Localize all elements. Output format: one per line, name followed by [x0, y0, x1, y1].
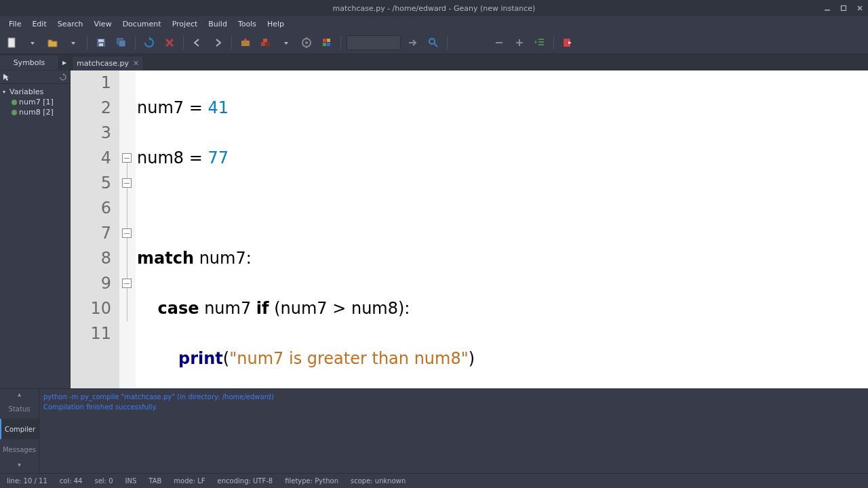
- menu-view[interactable]: View: [90, 18, 117, 30]
- tree-expander-icon[interactable]: ▾: [3, 89, 8, 95]
- variable-icon: [11, 109, 18, 116]
- svg-rect-7: [99, 43, 103, 46]
- svg-rect-9: [119, 40, 125, 47]
- file-tab-close-icon[interactable]: ✕: [133, 59, 139, 68]
- toolbar-separator: [340, 36, 341, 49]
- window-title: matchcase.py - /home/edward - Geany (new…: [333, 4, 536, 13]
- new-dropdown-button[interactable]: [24, 35, 41, 51]
- sidebar-collapse-icon[interactable]: ▸: [59, 58, 70, 67]
- menu-tools[interactable]: Tools: [233, 18, 261, 30]
- close-button[interactable]: [854, 3, 865, 14]
- bottom-tab-compiler[interactable]: Compiler: [0, 419, 39, 439]
- code-line: num7 = 41: [137, 96, 868, 121]
- indent-button[interactable]: [532, 35, 548, 51]
- reload-button[interactable]: [141, 35, 157, 51]
- zoom-in-button[interactable]: [511, 35, 528, 51]
- quit-button[interactable]: [559, 35, 576, 51]
- toolbar-separator: [447, 36, 448, 49]
- line-number: 7: [81, 221, 111, 246]
- code-line: num8 = 77: [137, 146, 868, 171]
- toolbar-separator: [553, 36, 554, 49]
- svg-rect-12: [241, 41, 250, 46]
- menu-document[interactable]: Document: [118, 18, 166, 30]
- compile-button[interactable]: [237, 35, 254, 51]
- file-tab-matchcase[interactable]: matchcase.py ✕: [72, 56, 144, 70]
- menu-edit[interactable]: Edit: [27, 18, 51, 30]
- tree-item-label: num7 [1]: [19, 98, 54, 106]
- menu-search[interactable]: Search: [53, 18, 88, 30]
- fold-marker-icon[interactable]: [122, 228, 132, 238]
- find-button[interactable]: [425, 35, 441, 51]
- line-number: 1: [81, 70, 111, 96]
- status-ins: INS: [125, 477, 137, 485]
- menu-project[interactable]: Project: [167, 18, 203, 30]
- fold-marker-icon[interactable]: [122, 153, 132, 163]
- bottom-scroll-up-icon[interactable]: ▴: [0, 389, 39, 399]
- toolbar: [0, 31, 868, 54]
- status-filetype: filetype: Python: [285, 477, 338, 485]
- code-line: print("num7 is greater than num8"): [137, 346, 868, 371]
- svg-rect-1: [842, 6, 846, 11]
- line-number: 8: [81, 246, 111, 271]
- code-editor[interactable]: 1 2 3 4 5 6 7 8 9 10 11 num7 = 41 num8 =…: [71, 70, 868, 388]
- bottom-tab-status[interactable]: Status: [0, 399, 39, 419]
- new-file-button[interactable]: [4, 35, 20, 51]
- svg-rect-23: [327, 43, 330, 46]
- svg-rect-28: [519, 39, 520, 46]
- line-number: 4: [81, 146, 111, 171]
- main-area: Symbols ▸ ▾ Variables num7 [1] num8 [2]: [0, 54, 868, 388]
- tree-group-label: Variables: [9, 87, 43, 96]
- nav-forward-button[interactable]: [210, 35, 226, 51]
- variable-icon: [11, 99, 18, 106]
- bottom-scroll-down-icon[interactable]: ▾: [0, 460, 39, 469]
- build-dropdown-button[interactable]: [278, 35, 294, 51]
- minimize-button[interactable]: [822, 3, 833, 14]
- svg-point-34: [12, 110, 17, 115]
- save-all-button[interactable]: [113, 35, 130, 51]
- svg-rect-26: [496, 42, 502, 43]
- tree-item-num7[interactable]: num7 [1]: [1, 97, 68, 107]
- open-dropdown-button[interactable]: [65, 35, 81, 51]
- fold-marker-icon[interactable]: [122, 279, 132, 288]
- line-number: 5: [81, 171, 111, 196]
- sidebar-tab-symbols[interactable]: Symbols: [0, 56, 59, 70]
- tree-item-num8[interactable]: num8 [2]: [1, 107, 68, 117]
- statusbar: line: 10 / 11 col: 44 sel: 0 INS TAB mod…: [0, 473, 868, 488]
- svg-rect-13: [261, 42, 265, 46]
- tree-group-variables[interactable]: ▾ Variables: [1, 87, 68, 97]
- line-number: 9: [81, 271, 111, 296]
- svg-rect-21: [327, 39, 330, 42]
- goto-button[interactable]: [405, 35, 421, 51]
- menu-file[interactable]: File: [4, 18, 26, 30]
- menu-build[interactable]: Build: [203, 18, 232, 30]
- menu-help[interactable]: Help: [262, 18, 289, 30]
- bottom-tab-messages[interactable]: Messages: [0, 439, 39, 460]
- execute-button[interactable]: [298, 35, 315, 51]
- open-file-button[interactable]: [45, 35, 61, 51]
- color-chooser-button[interactable]: [319, 35, 335, 51]
- maximize-button[interactable]: [838, 3, 849, 14]
- svg-rect-15: [263, 39, 267, 42]
- svg-rect-6: [98, 39, 104, 42]
- nav-back-button[interactable]: [189, 35, 205, 51]
- goto-line-combo[interactable]: [347, 35, 401, 50]
- window-controls: [822, 3, 865, 14]
- code-content[interactable]: num7 = 41 num8 = 77 match num7: case num…: [136, 70, 868, 388]
- save-button[interactable]: [93, 35, 109, 51]
- line-number-gutter: 1 2 3 4 5 6 7 8 9 10 11: [71, 70, 119, 388]
- code-line: match num7:: [137, 246, 868, 271]
- zoom-out-button[interactable]: [491, 35, 507, 51]
- compiler-output[interactable]: python -m py_compile "matchcase.py" (in …: [39, 389, 868, 473]
- sidebar-tree: ▾ Variables num7 [1] num8 [2]: [0, 84, 70, 388]
- fold-marker-icon[interactable]: [122, 178, 132, 188]
- compiler-line: Compilation finished successfully.: [43, 402, 864, 412]
- toolbar-separator: [135, 36, 136, 49]
- file-tab-label: matchcase.py: [77, 59, 129, 68]
- refresh-icon[interactable]: [59, 73, 67, 81]
- close-file-button[interactable]: [161, 35, 178, 51]
- svg-point-24: [429, 39, 435, 44]
- sidebar: Symbols ▸ ▾ Variables num7 [1] num8 [2]: [0, 54, 71, 388]
- status-col: col: 44: [60, 477, 83, 485]
- compiler-line: python -m py_compile "matchcase.py" (in …: [43, 392, 864, 402]
- build-button[interactable]: [258, 35, 274, 51]
